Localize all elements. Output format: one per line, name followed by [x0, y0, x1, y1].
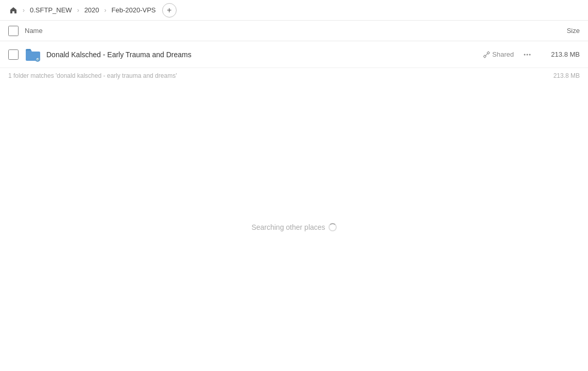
- select-all-checkbox[interactable]: [8, 26, 19, 36]
- shared-label: Shared: [492, 50, 514, 58]
- status-size: 213.8 MB: [539, 72, 580, 79]
- table-header: Name Size: [0, 21, 588, 41]
- status-text: 1 folder matches 'donald kalsched - earl…: [8, 72, 539, 79]
- loading-label: Searching other places: [251, 223, 325, 231]
- separator-3: ›: [105, 7, 107, 14]
- separator-2: ›: [77, 7, 79, 14]
- link-icon: [483, 51, 490, 58]
- app-container: › 0.SFTP_NEW › 2020 › Feb-2020-VPS + Nam…: [0, 0, 588, 371]
- svg-point-5: [529, 54, 531, 55]
- table-row[interactable]: 🔗 Donald Kalsched - Early Trauma and Dre…: [0, 41, 588, 68]
- breadcrumb-2020[interactable]: 2020: [81, 4, 102, 16]
- folder-icon-wrapper: 🔗: [25, 46, 41, 63]
- breadcrumb-bar: › 0.SFTP_NEW › 2020 › Feb-2020-VPS +: [0, 0, 588, 21]
- breadcrumb-sftp[interactable]: 0.SFTP_NEW: [27, 4, 75, 16]
- loading-text: Searching other places: [251, 223, 336, 231]
- folder-icon: 🔗: [25, 47, 41, 62]
- spinner: [328, 223, 337, 231]
- svg-point-4: [527, 54, 528, 55]
- file-size: 213.8 MB: [539, 50, 580, 58]
- svg-point-3: [524, 54, 526, 55]
- name-column-header: Name: [25, 27, 539, 35]
- row-checkbox[interactable]: [8, 49, 19, 60]
- svg-line-2: [486, 54, 488, 56]
- separator-1: ›: [23, 7, 25, 14]
- loading-area: Searching other places: [0, 83, 588, 371]
- svg-text:🔗: 🔗: [36, 57, 40, 61]
- add-tab-button[interactable]: +: [162, 3, 177, 18]
- home-button[interactable]: [6, 3, 21, 18]
- file-name: Donald Kalsched - Early Trauma and Dream…: [46, 50, 483, 59]
- breadcrumb-feb[interactable]: Feb-2020-VPS: [109, 4, 159, 16]
- status-bar: 1 folder matches 'donald kalsched - earl…: [0, 68, 588, 83]
- more-options-button[interactable]: [520, 47, 534, 62]
- shared-badge: Shared: [483, 50, 514, 58]
- size-column-header: Size: [539, 27, 580, 35]
